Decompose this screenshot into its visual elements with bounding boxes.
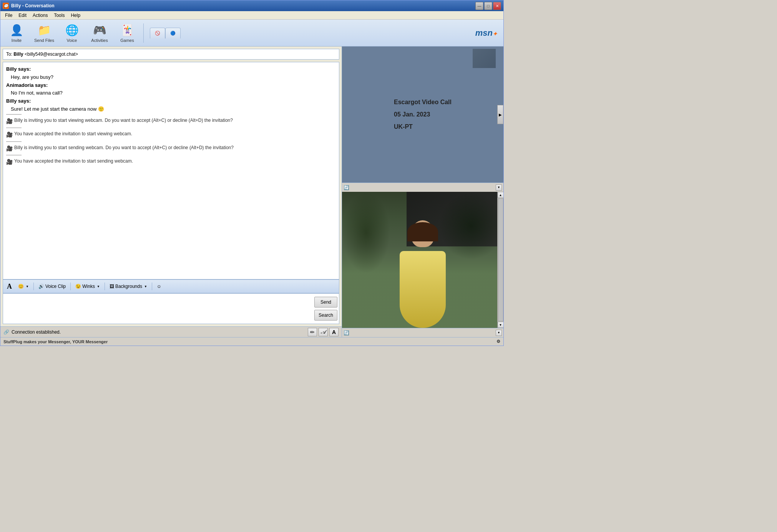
font-button[interactable]: A xyxy=(5,282,13,291)
status-right: ✏ 𝒜 A xyxy=(308,328,339,336)
toolbar-divider xyxy=(143,23,144,43)
backgrounds-label: Backgrounds xyxy=(115,284,142,289)
winks-button[interactable]: 😉 Winks ▼ xyxy=(74,283,101,290)
search-button[interactable]: Search xyxy=(314,310,337,321)
list-item: Animadoria says: xyxy=(6,81,336,90)
list-item: 🎥 Billy is inviting you to start viewing… xyxy=(6,117,336,125)
webcam-feed xyxy=(342,192,503,328)
hair xyxy=(407,222,438,241)
backgrounds-dropdown-arrow: ▼ xyxy=(144,285,147,288)
webcam-icon: 🎥 xyxy=(6,144,13,153)
list-item: 🎥 You have accepted the invitation to st… xyxy=(6,130,336,139)
games-button[interactable]: 🃏 Games xyxy=(114,22,140,45)
emoji-dropdown-arrow: ▼ xyxy=(26,285,29,288)
activities-button[interactable]: 🎮 Activities xyxy=(86,22,113,45)
voice-clip-button[interactable]: 🔊 Voice Clip xyxy=(37,283,67,290)
invite-icon: 👤 xyxy=(10,23,23,37)
send-files-button[interactable]: 📁 Send Files xyxy=(31,22,57,45)
toolbar-separator xyxy=(152,283,152,290)
send-button[interactable]: Send xyxy=(314,297,337,308)
scrollbar-up[interactable]: ▲ xyxy=(498,192,504,198)
voice-button[interactable]: 🌐 Voice xyxy=(59,22,85,45)
video-corner-decoration xyxy=(473,49,496,68)
stuffplug-bar: StuffPlug makes your Messenger, YOUR Mes… xyxy=(0,337,503,346)
send-files-icon: 📁 xyxy=(37,23,51,37)
main-content: To: Billy <billy549@escargot.chat> Billy… xyxy=(0,47,503,337)
toolbar: 👤 Invite 📁 Send Files 🌐 Voice 🎮 Activiti… xyxy=(0,20,503,47)
video-upper-scroll[interactable]: ▶ xyxy=(497,105,503,124)
system-message: Billy is inviting you to start viewing w… xyxy=(14,117,233,124)
status-tab[interactable]: 🔵 xyxy=(165,28,181,38)
scrollbar-down[interactable]: ▼ xyxy=(498,322,504,328)
invite-button[interactable]: 👤 Invite xyxy=(3,22,30,45)
toolbar-separator xyxy=(105,283,105,290)
games-icon: 🃏 xyxy=(120,23,134,37)
toolbar-separator xyxy=(70,283,71,290)
handwriting-icon: ☺ xyxy=(157,284,161,289)
webcam-icon: 🎥 xyxy=(6,158,13,166)
backgrounds-button[interactable]: 🖼 Backgrounds ▼ xyxy=(108,283,149,290)
system-message: You have accepted the invitation to star… xyxy=(14,130,132,138)
system-message: Billy is inviting you to start sending w… xyxy=(14,144,234,151)
list-item: Billy says: xyxy=(6,65,336,73)
app-icon: 💬 xyxy=(3,3,9,9)
voice-label: Voice xyxy=(67,38,77,43)
foliage-left xyxy=(342,192,390,273)
video-lower: ▲ ▼ xyxy=(342,192,503,328)
dress xyxy=(400,251,446,328)
activities-icon: 🎮 xyxy=(93,23,106,37)
voice-icon: 🌐 xyxy=(65,23,79,37)
message-input[interactable] xyxy=(3,294,339,324)
voice-clip-icon: 🔊 xyxy=(38,284,44,289)
menu-actions[interactable]: Actions xyxy=(30,12,51,19)
system-message: You have accepted the invitation to star… xyxy=(14,158,133,165)
menu-edit[interactable]: Edit xyxy=(15,12,30,19)
block-tab[interactable]: 🚫 xyxy=(150,28,165,38)
to-label: To: xyxy=(6,52,12,57)
video-upper-icon: 🔄 xyxy=(344,185,349,190)
winks-dropdown-arrow: ▼ xyxy=(97,285,100,288)
chat-divider xyxy=(6,141,22,142)
chat-text: Hey, are you busy? xyxy=(6,74,53,80)
video-upper-bar: 🔄 ▼ xyxy=(342,183,503,192)
title-bar: 💬 Billy - Conversation — □ ✕ xyxy=(0,0,503,11)
video-lower-bar: 🔄 ▼ xyxy=(342,328,503,337)
chat-divider xyxy=(6,155,22,155)
emoji-icon: 😊 xyxy=(18,284,24,289)
scroll-down-button[interactable]: ▼ xyxy=(496,185,502,191)
chat-sender: Billy says: xyxy=(6,66,31,72)
close-button[interactable]: ✕ xyxy=(493,2,501,10)
handwriting-button[interactable]: ☺ xyxy=(155,283,163,290)
title-bar-left: 💬 Billy - Conversation xyxy=(3,3,55,9)
menu-help[interactable]: Help xyxy=(68,12,83,19)
status-left: 🔗 Connection established. xyxy=(3,329,61,335)
chat-history[interactable]: Billy says: Hey, are you busy? Animadori… xyxy=(3,62,339,279)
menu-file[interactable]: File xyxy=(2,12,15,19)
font-icon: A xyxy=(7,283,12,291)
script-icon-button[interactable]: 𝒜 xyxy=(319,328,328,336)
to-name: Billy xyxy=(13,52,23,57)
send-files-label: Send Files xyxy=(34,38,54,43)
text-color-button[interactable]: A xyxy=(329,328,339,336)
minimize-button[interactable]: — xyxy=(475,2,483,10)
stuffplug-text: StuffPlug makes your Messenger, YOUR Mes… xyxy=(3,339,108,344)
stuffplug-icon: ⚙ xyxy=(496,339,500,344)
video-upper-text: Escargot Video Call 05 Jan. 2023 UK-PT xyxy=(394,96,452,133)
maximize-button[interactable]: □ xyxy=(484,2,492,10)
menu-tools[interactable]: Tools xyxy=(51,12,68,19)
chat-text: No I'm not, wanna call? xyxy=(6,90,63,96)
video-upper: Escargot Video Call 05 Jan. 2023 UK-PT ▶ xyxy=(342,47,503,183)
webcam-icon: 🎥 xyxy=(6,130,13,139)
scroll-down-lower[interactable]: ▼ xyxy=(496,330,502,336)
edit-icon-button[interactable]: ✏ xyxy=(308,328,317,336)
to-email: <billy549@escargot.chat> xyxy=(25,52,78,57)
scrollbar-thumb[interactable] xyxy=(498,198,503,321)
toolbar-separator xyxy=(33,283,34,290)
video-call-date: 05 Jan. 2023 xyxy=(394,108,452,121)
activities-label: Activities xyxy=(91,38,108,43)
list-item: Billy says: xyxy=(6,97,336,105)
emoji-button[interactable]: 😊 ▼ xyxy=(17,283,30,290)
video-lower-scrollbar: ▲ ▼ xyxy=(497,192,503,328)
webcam-icon: 🎥 xyxy=(6,117,13,125)
video-lower-icon: 🔄 xyxy=(344,330,349,336)
